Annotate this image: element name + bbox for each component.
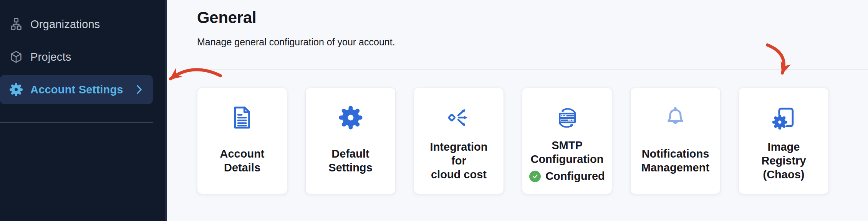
projects-icon [8, 50, 24, 64]
sidebar: Organizations ProjectsAccount Settings [0, 0, 167, 221]
gear-icon [338, 102, 363, 133]
integration-icon [447, 102, 471, 133]
organizations-icon [8, 17, 24, 31]
card-smtp-configuration[interactable]: SMTPConfiguration Configured [522, 88, 612, 194]
document-icon [231, 102, 253, 133]
card-label-line: SMTP [552, 138, 583, 152]
card-label: AccountDetails [220, 133, 265, 194]
card-label-line: Account [220, 147, 265, 161]
main-content: General Manage general configuration of … [167, 0, 868, 221]
card-label: NotificationsManagement [641, 133, 709, 194]
card-image-registry-chaos-[interactable]: ImageRegistry(Chaos) [739, 88, 829, 194]
status-label: Configured [545, 170, 605, 183]
card-label-line: Registry [761, 154, 806, 168]
card-label-line: Image [768, 140, 800, 154]
card-label-line: (Chaos) [763, 168, 805, 181]
card-label-line: for [451, 154, 466, 168]
card-label-line: Details [224, 161, 260, 174]
card-label-line: Notifications [642, 147, 709, 161]
sidebar-item-label: Organizations [30, 18, 100, 31]
header-divider [197, 69, 868, 70]
registry-icon [772, 102, 796, 133]
sidebar-item-label: Account Settings [30, 83, 123, 96]
page-subtitle: Manage general configuration of your acc… [197, 37, 868, 48]
card-label-line: Settings [328, 161, 372, 174]
card-label: ImageRegistry(Chaos) [761, 133, 806, 194]
status-badge: Configured [529, 170, 605, 183]
bell-icon [664, 102, 687, 133]
smtp-icon [555, 102, 580, 133]
sidebar-items: Organizations ProjectsAccount Settings [0, 10, 165, 104]
card-label: SMTPConfiguration Configured [529, 133, 605, 194]
sidebar-divider [0, 122, 153, 123]
card-label-line: Configuration [530, 152, 603, 166]
card-integration-for-cloud-cost[interactable]: Integrationforcloud cost [414, 88, 504, 194]
settings-cards-grid: AccountDetailsDefaultSettings Integratio… [197, 88, 829, 194]
sidebar-item-organizations[interactable]: Organizations [0, 10, 153, 39]
sidebar-item-account-settings[interactable]: Account Settings [0, 75, 153, 104]
chevron-right-icon [136, 85, 142, 95]
card-label-line: Default [331, 147, 369, 161]
card-label-line: Integration [430, 140, 488, 154]
card-notifications-management[interactable]: NotificationsManagement [630, 88, 721, 194]
card-account-details[interactable]: AccountDetails [197, 88, 287, 194]
card-label: Integrationforcloud cost [430, 133, 488, 194]
sidebar-item-projects[interactable]: Projects [0, 42, 153, 71]
card-default-settings[interactable]: DefaultSettings [305, 88, 396, 194]
gear-icon [8, 83, 24, 96]
sidebar-item-label: Projects [30, 51, 71, 63]
card-label: DefaultSettings [328, 133, 372, 194]
card-label-line: cloud cost [431, 168, 487, 181]
check-icon [529, 171, 541, 182]
page-title: General [197, 9, 868, 26]
card-label-line: Management [641, 161, 709, 174]
